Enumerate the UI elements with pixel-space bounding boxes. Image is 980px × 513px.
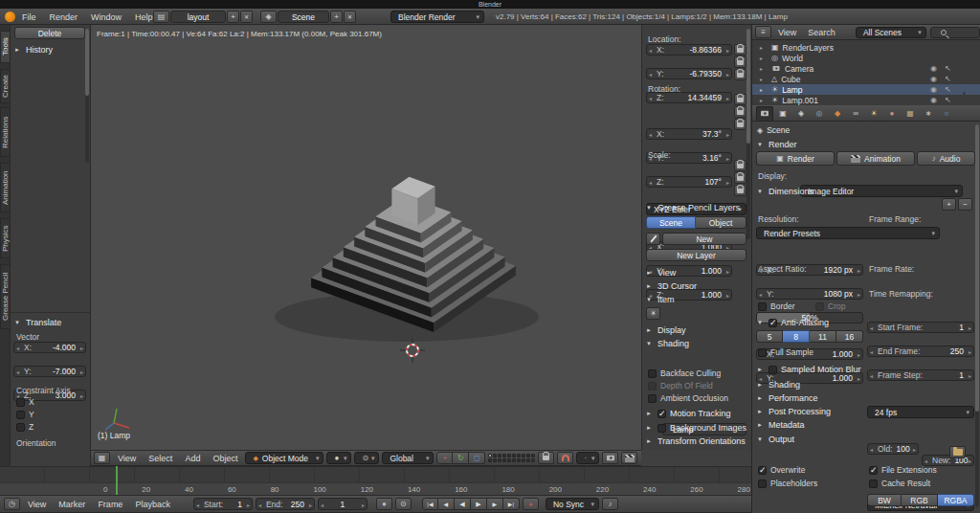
screen-layout-delete-button[interactable]: ✕	[240, 11, 253, 23]
location-x-field[interactable]: X:-8.86366	[646, 44, 732, 56]
rotate-manipulator-icon[interactable]: ↻	[453, 452, 469, 464]
properties-tab-world[interactable]: ◎	[811, 106, 828, 121]
background-images-header[interactable]: ►Background Images	[646, 423, 746, 433]
outliner-row[interactable]: ▸Camera◉↖	[752, 63, 980, 74]
lock-to-scene-icon[interactable]	[538, 452, 554, 464]
screen-layout-browse-icon[interactable]: ▤	[153, 11, 169, 23]
restrict-select-icon[interactable]: ↖	[945, 96, 951, 104]
output-browse-button[interactable]	[949, 446, 966, 458]
previous-keyframe-button[interactable]: ◀	[438, 498, 455, 510]
overwrite-checkbox[interactable]: Overwrite	[758, 465, 805, 475]
end-frame-field[interactable]: End Frame:250	[867, 346, 974, 357]
outliner-row[interactable]: ▸☀Lamp.001◉↖	[752, 95, 980, 105]
frame-rate-dropdown[interactable]: 24 fps	[867, 406, 974, 418]
lock-icon[interactable]	[734, 185, 746, 196]
viewport-menu-select[interactable]: Select	[144, 454, 177, 463]
preset-add-button[interactable]: +	[942, 198, 956, 211]
tool-tab-animation[interactable]: Animation	[0, 163, 11, 212]
properties-tab-particles[interactable]: ∗	[920, 106, 937, 121]
scene-delete-button[interactable]: ✕	[344, 11, 356, 23]
placeholders-checkbox[interactable]: Placeholders	[758, 479, 817, 488]
constraint-z-checkbox[interactable]: Z	[16, 422, 33, 432]
resolution-y-field[interactable]: Y:1080 px	[756, 288, 863, 300]
snap-magnet-icon[interactable]	[557, 452, 573, 464]
shading-panel-header[interactable]: ►Shading	[757, 380, 800, 390]
next-keyframe-button[interactable]: ▶	[487, 498, 503, 510]
lock-icon[interactable]	[734, 44, 746, 56]
opengl-render-icon[interactable]	[602, 452, 618, 464]
output-panel-header[interactable]: ▼Output	[757, 435, 794, 444]
timeline-tracks[interactable]	[0, 466, 751, 482]
scrollbar-thumb[interactable]	[975, 124, 979, 412]
tool-shelf-scrollbar[interactable]	[85, 29, 89, 163]
render-display-dropdown[interactable]: Image Editor	[800, 185, 963, 197]
properties-tab-scene[interactable]: ◈	[792, 106, 810, 121]
tool-tab-physics[interactable]: Physics	[0, 218, 11, 258]
properties-tab-render-layers[interactable]: ▣	[774, 106, 791, 121]
viewport-3d[interactable]: Frame:1 | Time:00:00.47 | Ve:64 Fa:62 La…	[91, 25, 641, 450]
lock-icon[interactable]	[734, 69, 746, 80]
play-reverse-button[interactable]: ◀	[455, 498, 471, 510]
render-presets-dropdown[interactable]: Render Presets	[756, 227, 940, 239]
outliner-row-selected[interactable]: ▸☀Lamp◉↖	[752, 84, 980, 95]
restrict-select-icon[interactable]: ↖	[945, 75, 951, 83]
timeline-ruler[interactable]: 0 20 40 60 80 100 120 140 160 180 200 22…	[0, 482, 751, 495]
properties-tab-data[interactable]: ☀	[865, 106, 882, 121]
gp-object-button[interactable]: Object	[696, 216, 746, 229]
timeline-menu-view[interactable]: View	[23, 500, 51, 509]
scrollbar-thumb[interactable]	[85, 29, 89, 96]
editor-type-icon[interactable]: ≡	[755, 26, 771, 38]
properties-tab-render[interactable]	[756, 106, 773, 121]
translate-manipulator-icon[interactable]: +	[436, 452, 453, 464]
display-panel-header[interactable]: ►Display	[646, 325, 686, 335]
editor-type-icon[interactable]: ▦	[94, 452, 110, 464]
aa-samples-5-button[interactable]: 5	[756, 330, 783, 343]
n-panel-scrollbar[interactable]	[746, 29, 750, 239]
viewport-shading-dropdown[interactable]: ●	[326, 452, 351, 464]
menu-file[interactable]: File	[15, 12, 43, 22]
outliner-display-mode-dropdown[interactable]: All Scenes	[856, 27, 926, 38]
viewport-menu-add[interactable]: Add	[180, 454, 205, 463]
opengl-render-anim-icon[interactable]	[621, 452, 637, 464]
record-button[interactable]: ●	[523, 498, 539, 510]
snap-element-dropdown[interactable]: ·	[576, 452, 599, 464]
menu-render[interactable]: Render	[43, 12, 85, 22]
tool-tab-create[interactable]: Create	[0, 69, 11, 103]
gp-scene-button[interactable]: Scene	[646, 216, 696, 229]
view-panel-header[interactable]: ►View	[646, 268, 676, 278]
checkbox-icon[interactable]	[768, 366, 777, 374]
restrict-select-icon[interactable]: ↖	[945, 64, 951, 73]
outliner-search-input[interactable]	[930, 27, 980, 38]
timeline-start-field[interactable]: Start:1	[193, 498, 253, 510]
outliner-row[interactable]: ▸◎World	[752, 53, 980, 63]
outliner-menu-view[interactable]: View	[773, 28, 801, 37]
viewport-menu-object[interactable]: Object	[208, 454, 242, 463]
screen-layout-field[interactable]: layout	[170, 11, 226, 23]
outliner-row[interactable]: ▸△Cube◉↖	[752, 74, 980, 84]
gp-new-layer-button[interactable]: New Layer	[646, 249, 746, 261]
scene-add-button[interactable]: +	[330, 11, 343, 23]
location-y-field[interactable]: Y:-6.79350	[646, 68, 732, 79]
auto-keyframe-icon[interactable]: ●	[376, 498, 392, 510]
crop-checkbox[interactable]: Crop	[815, 301, 845, 311]
outliner-row[interactable]: ▸▣RenderLayers	[752, 42, 980, 53]
translate-y-field[interactable]: Y:-7.000	[13, 366, 86, 377]
border-checkbox[interactable]: Border	[758, 301, 795, 311]
pivot-point-dropdown[interactable]: ⊙	[354, 452, 379, 464]
scene-browse-icon[interactable]: ◈	[260, 11, 277, 23]
constraint-y-checkbox[interactable]: Y	[16, 410, 34, 419]
restrict-view-icon[interactable]: ◉	[930, 75, 937, 83]
current-frame-field[interactable]: 1	[318, 498, 368, 510]
jump-to-start-button[interactable]: |◀	[422, 498, 438, 510]
aa-samples-16-button[interactable]: 16	[836, 330, 863, 343]
grease-pencil-layers-header[interactable]: ▼Grease Pencil Layers	[646, 203, 740, 212]
tool-tab-relations[interactable]: Relations	[0, 107, 11, 157]
file-extensions-checkbox[interactable]: File Extensions	[869, 465, 937, 475]
render-button[interactable]: ▣Render	[756, 151, 835, 166]
depth-of-field-checkbox[interactable]: Depth Of Field	[648, 381, 713, 390]
audio-mute-icon[interactable]: ♪	[602, 498, 618, 510]
grease-pencil-icon[interactable]	[646, 233, 660, 245]
history-panel-header[interactable]: ►History	[14, 45, 53, 55]
translate-panel-header[interactable]: ▼Translate	[14, 318, 61, 327]
properties-tab-material[interactable]: ●	[883, 106, 901, 121]
